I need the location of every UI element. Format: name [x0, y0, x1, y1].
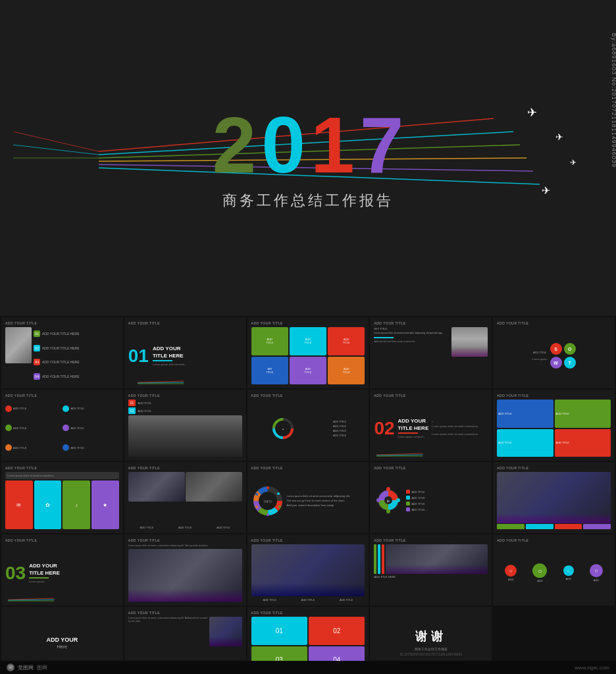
thumb-19-photo: [386, 544, 488, 574]
svg-line-7: [13, 145, 99, 155]
thumb-3-block-6: ADDTITLE: [328, 357, 365, 385]
svg-text:INFO: INFO: [264, 500, 272, 504]
thumb-10-title: ADD YOUR TITLE: [497, 394, 611, 398]
thumb-2-lines: [124, 380, 246, 385]
thumb-9-quotes: " Lorem ipsum dolor sit amet consectetur…: [432, 421, 488, 436]
thumb-11-green: ♪: [63, 480, 90, 529]
svg-point-30: [267, 513, 269, 516]
thumb-7: ADD YOUR TITLE 01 ADD TITLE 02 ADD TITLE: [124, 390, 246, 461]
thumb-2-title: ADD YOUR TITLE: [128, 321, 242, 325]
thumb-16-label: ADD YOUR: [29, 563, 60, 569]
bottom-bar: 晓 觉图网 图网 www.nipic.com: [0, 661, 616, 674]
thumb-1-label-3: ADD YOUR TITLE HERE: [42, 360, 80, 364]
svg-point-28: [277, 492, 280, 495]
thumb-1-item-2: 02 ADD YOUR TITLE HERE: [34, 345, 119, 351]
huitu-logo: 晓 觉图网 图网: [7, 663, 47, 671]
thumb-1-label-2: ADD YOUR TITLE HERE: [42, 346, 80, 350]
thumb-12: ADD YOUR TITLE ADD TITLE ADD TITLE ADD T…: [124, 462, 246, 533]
thumb-18-title: ADD YOUR TITLE: [251, 538, 365, 542]
thumb-19-label: ADD TITLE HERE: [374, 575, 488, 579]
thumb-4-sub: Add sub title text here small content in…: [374, 340, 449, 343]
thumb-20-bubble-3: ○ ADD: [563, 565, 574, 581]
svg-point-27: [267, 486, 269, 489]
thumb-13-info: Lorem ipsum dolor sit amet consectetur a…: [287, 494, 365, 507]
swot-grid: S O W T: [550, 343, 576, 369]
thumb-12-title: ADD YOUR TITLE: [128, 466, 242, 470]
svg-line-41: [8, 598, 54, 600]
thumb-4-text: KEY TITLE: [374, 327, 449, 330]
year-digit-0: 0: [261, 105, 305, 184]
thumb-20-bubble-2: ○ ADD: [532, 563, 547, 583]
hero-subtitle: 商务工作总结工作报告: [222, 191, 394, 211]
thumb-1-item-4: 04 ADD YOUR TITLE HERE: [34, 373, 119, 380]
thumb-10-block-1: ADD TITLE: [497, 400, 553, 428]
thumb-17-photo: [128, 549, 242, 602]
thumb-6-item-5: ADD TITLE: [5, 438, 61, 457]
thumb-1-num-4: 04: [34, 373, 40, 380]
thumb-20-bubble-1: ○ ADD: [505, 565, 517, 581]
thumb-12-photo-1: [128, 472, 185, 502]
nipic-watermark: www.nipic.com: [575, 665, 609, 671]
thumb-9-label2: TITLE HERE: [398, 425, 429, 431]
plane-icon-2: ✈: [555, 132, 563, 142]
year-display: 2 0 1 7: [213, 105, 404, 184]
thumb-9: ADD YOUR TITLE 02 ADD YOUR TITLE HERE Lo…: [370, 390, 492, 461]
thumb-10-block-2: ADD TITLE: [555, 400, 611, 428]
thumb-16-desc: Lorem ipsum...: [29, 580, 60, 583]
svg-line-17: [376, 454, 423, 455]
plane-icon-4: ✈: [542, 184, 550, 197]
plane-icon-3: ✈: [570, 158, 577, 167]
thumb-19-title: ADD YOUR TITLE: [374, 538, 488, 542]
thumb-16: ADD YOUR TITLE 03 ADD YOUR TITLE HERE Lo…: [1, 534, 123, 606]
thumb-2-label: ADD YOUR: [153, 346, 187, 351]
right-watermark: By:a6891603 No:20170721181149946039: [611, 33, 616, 168]
thumb-6-item-6: ADD TITLE: [63, 438, 118, 457]
thumb-14-pie: ▶: [374, 486, 403, 515]
thumb-23-block-2: 02: [309, 617, 365, 645]
thumb-1-photo: [5, 327, 32, 363]
thumb-19: ADD YOUR TITLE ADD TITLE HERE: [370, 534, 492, 606]
thumb-8-circle-diagram: ✦: [270, 415, 296, 442]
thumb-3: ADD YOUR TITLE ADDTITLE ADDTITLE ADDTITL…: [247, 317, 369, 388]
thumb-7-title: ADD YOUR TITLE: [128, 394, 242, 398]
thumb-8: ADD YOUR TITLE ✦ ADD TITLE ADD TITLE ADD…: [247, 390, 369, 461]
thumb-6-item-1: ADD TITLE: [5, 400, 61, 418]
thumb-20-bubble-4: ○ ADD: [590, 564, 603, 582]
thumb-12-photo-2: [186, 472, 242, 502]
thumb-6-item-4: ADD TITLE: [63, 419, 118, 438]
thumb-23-block-1: 01: [251, 617, 307, 645]
thumb-22-photo: [209, 617, 242, 646]
swot-t: T: [564, 357, 576, 369]
svg-text:▶: ▶: [387, 499, 390, 503]
svg-line-18: [376, 455, 423, 455]
thumb-24-id: ID:20735343 NO:20170721181149946039: [400, 652, 463, 656]
thumb-3-block-4: WRTITLE: [251, 357, 288, 385]
thumb-19-bars: [374, 544, 488, 574]
thumb-24-sub: 商务工作总结工作报告: [415, 647, 448, 651]
thumb-9-title: ADD YOUR TITLE: [374, 394, 488, 398]
svg-line-6: [13, 132, 99, 151]
svg-point-40: [376, 498, 380, 502]
thumb-13: ADD YOUR TITLE INFO Lor: [247, 462, 369, 533]
thumb-17-text: Lorem ipsum dolor sit amet, consectetur …: [128, 544, 242, 548]
year-digit-7: 7: [360, 105, 404, 184]
thumb-21-here: Here: [57, 644, 67, 649]
thumb-6-title: ADD YOUR TITLE: [5, 394, 119, 398]
thumb-4-desc: Lorem ipsum dolor sit amet consectetur a…: [374, 332, 449, 335]
thumb-18-labels: ADD TITLE ADD TITLE ADD TITLE: [251, 597, 365, 602]
thumb-11-gray-bar: Lorem ipsum dolor sit amet consectetur..…: [5, 472, 119, 479]
svg-point-31: [255, 506, 258, 508]
thumb-9-label: ADD YOUR: [398, 418, 429, 424]
thumb-18: ADD YOUR TITLE ADD TITLE ADD TITLE ADD T…: [247, 534, 369, 606]
thumb-7-row-2: 02 ADD TITLE: [128, 407, 242, 414]
thumb-20-title: ADD YOUR TITLE: [497, 538, 611, 542]
thumb-5-title: ADD YOUR TITLE: [497, 321, 611, 325]
thumb-3-block-5: ADDTITLE: [290, 357, 326, 385]
thumb-14: ADD YOUR TITLE ▶ ADD TITLE: [370, 462, 492, 533]
thumb-12-labels: ADD TITLE ADD TITLE ADD TITLE: [128, 525, 242, 529]
swot-s: S: [550, 343, 562, 355]
thumb-9-desc: Lorem ipsum sit amet...: [398, 435, 429, 438]
thumb-13-title: ADD YOUR TITLE: [251, 466, 365, 470]
thumb-13-ring-chart: INFO: [251, 484, 284, 517]
thumb-3-block-2: ADDTITLE: [290, 327, 326, 355]
